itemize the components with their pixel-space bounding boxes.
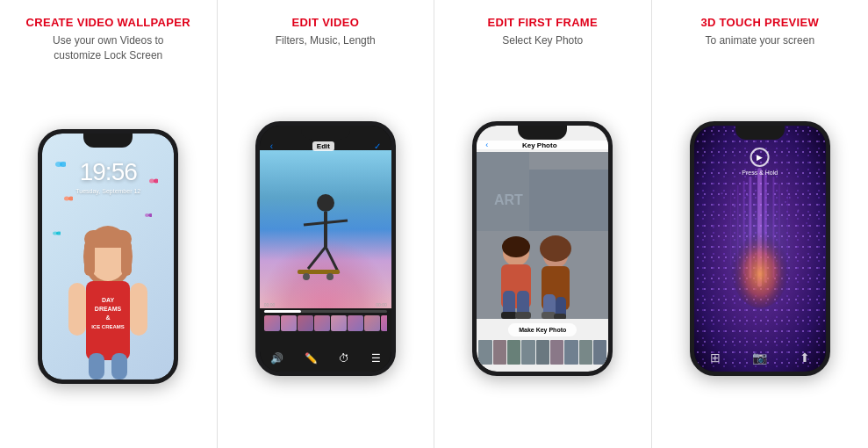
svg-rect-49: [554, 314, 566, 319]
phone-3-header: ‹ Key Photo: [477, 141, 608, 149]
svg-text:ICE CREAMS: ICE CREAMS: [91, 324, 125, 329]
svg-text:&: &: [106, 314, 111, 321]
svg-rect-34: [529, 170, 608, 231]
graffiti-bg: ART: [477, 152, 608, 319]
phone-3-screen: ‹ Key Photo ART: [477, 126, 608, 372]
svg-point-65: [785, 201, 786, 203]
svg-point-61: [734, 206, 735, 207]
phone-1-screen: 19:56 Tuesday, September 12: [42, 134, 174, 379]
thumbnail-strip: [264, 315, 387, 331]
svg-point-3: [154, 178, 158, 183]
panel-create-video-wallpaper: CREATE VIDEO WALLPAPER Use your own Vide…: [0, 0, 218, 448]
panel-2-title: EDIT VIDEO: [291, 16, 359, 29]
phone-3: ‹ Key Photo ART: [472, 121, 613, 376]
svg-point-59: [730, 223, 790, 308]
thumb-4: [314, 315, 330, 331]
time-start: 00:00: [264, 302, 276, 307]
svg-rect-47: [515, 312, 531, 319]
share-icon: ⬆: [800, 350, 810, 365]
svg-rect-22: [89, 353, 104, 379]
panel-4-phone-wrap: ▶ Press & Hold ⊞ 📷 ⬆: [690, 59, 830, 439]
svg-text:DREAMS: DREAMS: [95, 306, 122, 312]
film-thumb-8: [579, 340, 592, 365]
panel-edit-video: EDIT VIDEO Filters, Music, Length ‹ Edit…: [218, 0, 435, 448]
back-chevron-icon: ‹: [270, 141, 273, 151]
panel-edit-first-frame: EDIT FIRST FRAME Select Key Photo ‹ Key …: [434, 0, 652, 448]
svg-rect-48: [542, 312, 556, 319]
panel-3-subtitle: Select Key Photo: [502, 33, 583, 48]
phone-2-timeline: 00:00 00:00: [264, 302, 387, 331]
phone-2-toolbar: 🔊 ✏️ ⏱ ☰: [260, 352, 391, 365]
phone-3-filmstrip: [477, 340, 608, 365]
film-thumb-4: [521, 340, 534, 365]
layers-icon: ☰: [371, 352, 381, 365]
phone-1-date: Tuesday, September 12: [75, 188, 140, 194]
phone-1-time: 19:56: [80, 158, 137, 186]
svg-rect-46: [501, 312, 517, 319]
volume-icon: 🔊: [270, 352, 283, 365]
svg-rect-23: [111, 353, 127, 379]
time-end: 00:00: [376, 302, 387, 307]
svg-point-37: [502, 236, 530, 257]
thumb-7: [364, 315, 380, 331]
back-chevron-icon-3: ‹: [485, 141, 488, 149]
svg-point-30: [303, 273, 310, 280]
panel-3-phone-wrap: ‹ Key Photo ART: [472, 59, 613, 439]
svg-point-40: [540, 235, 571, 262]
svg-point-5: [68, 196, 73, 200]
checkmark-icon: ✓: [374, 141, 381, 151]
make-key-photo-button[interactable]: Make Key Photo: [508, 323, 577, 336]
thumb-8: [381, 315, 387, 331]
phone-3-main-photo: ART: [477, 152, 608, 319]
svg-rect-29: [298, 270, 340, 274]
svg-line-27: [308, 247, 326, 269]
thumb-6: [348, 315, 363, 331]
phone-1: 19:56 Tuesday, September 12: [38, 129, 178, 384]
svg-point-64: [797, 210, 799, 212]
panel-2-subtitle: Filters, Music, Length: [276, 33, 376, 48]
svg-point-66: [713, 227, 714, 228]
phone-2-main-video: [260, 150, 391, 308]
panel-1-phone-wrap: 19:56 Tuesday, September 12: [38, 74, 178, 439]
svg-line-28: [326, 247, 339, 273]
press-hold-text: Press & Hold: [742, 170, 778, 176]
svg-point-67: [806, 222, 807, 224]
butterfly-icon-3: [64, 195, 73, 202]
phone-4-toolbar: ⊞ 📷 ⬆: [694, 350, 826, 365]
phone-2: ‹ Edit ✓: [255, 121, 396, 376]
svg-rect-21: [130, 283, 147, 336]
panel-1-subtitle: Use your own Videos tocustomize Lock Scr…: [53, 33, 164, 63]
timeline-times: 00:00 00:00: [264, 302, 387, 307]
svg-rect-20: [68, 283, 86, 336]
film-thumb-1: [478, 340, 491, 365]
girls-photo: ART: [477, 152, 608, 319]
edit-icon: ✏️: [305, 352, 318, 365]
svg-point-24: [317, 194, 334, 212]
panel-4-subtitle: To animate your screen: [705, 33, 814, 48]
butterfly-icon-2: [149, 177, 158, 184]
panel-3d-touch: 3D TOUCH PREVIEW To animate your screen: [652, 0, 869, 448]
clock-icon: ⏱: [339, 352, 349, 365]
edit-label: Edit: [312, 141, 334, 151]
panel-4-title: 3D TOUCH PREVIEW: [700, 16, 819, 29]
svg-point-63: [789, 197, 791, 199]
thumb-5: [331, 315, 347, 331]
press-hold-label: ▶ Press & Hold: [742, 148, 778, 176]
play-icon-circle: ▶: [750, 148, 770, 167]
thumb-1: [264, 315, 280, 331]
panel-2-phone-wrap: ‹ Edit ✓: [255, 59, 396, 439]
svg-rect-14: [121, 241, 132, 276]
grid-icon: ⊞: [710, 350, 721, 365]
film-thumb-7: [564, 340, 577, 365]
film-thumb-6: [550, 340, 563, 365]
svg-rect-57: [730, 190, 731, 266]
svg-point-60: [721, 193, 722, 195]
butterfly-icon-1: [55, 160, 66, 169]
timeline-bar: [264, 310, 387, 313]
svg-point-62: [746, 195, 748, 197]
panel-3-title: EDIT FIRST FRAME: [488, 16, 598, 29]
thumb-2: [281, 315, 297, 331]
film-thumb-9: [593, 340, 606, 365]
panel-1-title: CREATE VIDEO WALLPAPER: [26, 16, 190, 29]
svg-text:DAY: DAY: [102, 297, 114, 303]
